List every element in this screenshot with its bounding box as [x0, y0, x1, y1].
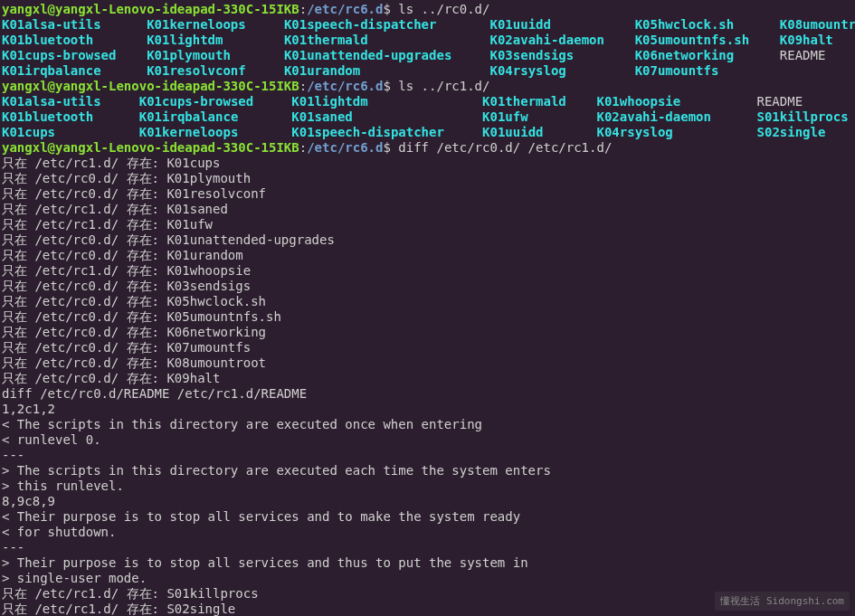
- terminal[interactable]: yangxl@yangxl-Lenovo-ideapad-330C-15IKB:…: [2, 2, 853, 616]
- file-entry: K01alsa-utils: [2, 94, 101, 109]
- file-entry: K01speech-dispatcher: [291, 125, 444, 139]
- file-entry: K07umountfs: [635, 63, 719, 78]
- diff-line: < for shutdown.: [2, 525, 853, 540]
- file-entry: K01saned: [291, 109, 352, 124]
- command-input[interactable]: ls ../rc0.d/: [398, 2, 489, 16]
- diff-line: 只在 /etc/rc1.d/ 存在: K01ufw: [2, 217, 853, 232]
- file-entry: K01urandom: [284, 63, 360, 78]
- command-input[interactable]: diff /etc/rc0.d/ /etc/rc1.d/: [398, 140, 612, 155]
- file-entry: README: [757, 94, 803, 109]
- diff-line: 只在 /etc/rc0.d/ 存在: K03sendsigs: [2, 279, 853, 294]
- file-entry: K01irqbalance: [139, 109, 239, 124]
- prompt-dollar: $: [383, 79, 398, 93]
- prompt-line: yangxl@yangxl-Lenovo-ideapad-330C-15IKB:…: [2, 140, 853, 156]
- file-entry: K01uuidd: [482, 125, 543, 139]
- file-entry: K01cups-browsed: [2, 48, 116, 62]
- file-entry: S01killprocs: [757, 109, 849, 124]
- ls-row: K01cups-browsed K01plymouth K01unattende…: [2, 48, 853, 63]
- file-entry: K01thermald: [482, 94, 566, 109]
- file-entry: K01thermald: [284, 33, 368, 47]
- diff-line: 只在 /etc/rc0.d/ 存在: K06networking: [2, 325, 853, 340]
- ls-row: K01alsa-utils K01cups-browsed K01lightdm…: [2, 94, 853, 109]
- diff-line: > this runlevel.: [2, 479, 853, 494]
- diff-line: 只在 /etc/rc0.d/ 存在: K08umountroot: [2, 355, 853, 371]
- file-entry: K01whoopsie: [597, 94, 681, 109]
- diff-line: 只在 /etc/rc0.d/ 存在: K01resolvconf: [2, 186, 853, 202]
- diff-line: 只在 /etc/rc0.d/ 存在: K01urandom: [2, 248, 853, 263]
- prompt-dollar: $: [383, 2, 398, 16]
- file-entry: K01irqbalance: [2, 63, 101, 78]
- ls-row: K01irqbalance K01resolvconf K01urandom K…: [2, 63, 853, 79]
- watermark: 懂视生活 Sidongshi.com: [715, 592, 850, 611]
- file-entry: K01bluetooth: [2, 109, 93, 124]
- diff-line: 只在 /etc/rc0.d/ 存在: K01unattended-upgrade…: [2, 232, 853, 248]
- file-entry: K01alsa-utils: [2, 17, 101, 32]
- diff-line: 8,9c8,9: [2, 494, 853, 509]
- file-entry: K01lightdm: [147, 33, 223, 47]
- diff-line: 1,2c1,2: [2, 402, 853, 417]
- prompt-line: yangxl@yangxl-Lenovo-ideapad-330C-15IKB:…: [2, 2, 853, 17]
- diff-line: > Their purpose is to stop all services …: [2, 555, 853, 571]
- file-entry: K06networking: [635, 48, 735, 62]
- diff-line: > single-user mode.: [2, 571, 853, 586]
- file-entry: K01resolvconf: [147, 63, 246, 78]
- file-entry: K01cups: [2, 125, 55, 139]
- diff-line: 只在 /etc/rc1.d/ 存在: K01cups: [2, 156, 853, 171]
- prompt-path: /etc/rc6.d: [307, 140, 383, 155]
- ls-row: K01bluetooth K01lightdm K01thermald K02a…: [2, 33, 853, 48]
- diff-line: 只在 /etc/rc0.d/ 存在: K01plymouth: [2, 171, 853, 186]
- file-entry: K02avahi-daemon: [489, 33, 603, 47]
- prompt-user: yangxl@yangxl-Lenovo-ideapad-330C-15IKB: [2, 140, 299, 155]
- diff-line: diff /etc/rc0.d/README /etc/rc1.d/README: [2, 386, 853, 402]
- ls-row: K01alsa-utils K01kerneloops K01speech-di…: [2, 17, 853, 33]
- prompt-sep: :: [299, 2, 307, 16]
- diff-line: ---: [2, 448, 853, 463]
- diff-line: 只在 /etc/rc0.d/ 存在: K05hwclock.sh: [2, 294, 853, 309]
- file-entry: K01uuidd: [489, 17, 550, 32]
- diff-line: < Their purpose is to stop all services …: [2, 509, 853, 525]
- prompt-path: /etc/rc6.d: [307, 2, 383, 16]
- file-entry: K04rsyslog: [597, 125, 673, 139]
- file-entry: K01kerneloops: [147, 17, 246, 32]
- file-entry: K01kerneloops: [139, 125, 239, 139]
- prompt-user: yangxl@yangxl-Lenovo-ideapad-330C-15IKB: [2, 2, 299, 16]
- file-entry: K09halt: [780, 33, 833, 47]
- file-entry: K01lightdm: [291, 94, 367, 109]
- diff-line: 只在 /etc/rc0.d/ 存在: K09halt: [2, 371, 853, 386]
- prompt-path: /etc/rc6.d: [307, 79, 383, 93]
- prompt-line: yangxl@yangxl-Lenovo-ideapad-330C-15IKB:…: [2, 79, 853, 94]
- file-entry: K03sendsigs: [489, 48, 574, 62]
- command-input[interactable]: ls ../rc1.d/: [398, 79, 489, 93]
- file-entry: K01ufw: [482, 109, 528, 124]
- file-entry: K01cups-browsed: [139, 94, 253, 109]
- file-entry: K04rsyslog: [489, 63, 565, 78]
- file-entry: K08umountroot: [780, 17, 855, 32]
- diff-line: < runlevel 0.: [2, 432, 853, 448]
- diff-line: 只在 /etc/rc1.d/ 存在: K01whoopsie: [2, 263, 853, 279]
- ls-row: K01bluetooth K01irqbalance K01saned K01u…: [2, 109, 853, 125]
- diff-line: 只在 /etc/rc1.d/ 存在: K01saned: [2, 202, 853, 217]
- file-entry: K01bluetooth: [2, 33, 93, 47]
- file-entry: K02avahi-daemon: [597, 109, 711, 124]
- diff-line: < The scripts in this directory are exec…: [2, 417, 853, 432]
- ls-row: K01cups K01kerneloops K01speech-dispatch…: [2, 125, 853, 140]
- file-entry: K05umountnfs.sh: [635, 33, 749, 47]
- file-entry: K05hwclock.sh: [635, 17, 735, 32]
- file-entry: S02single: [757, 125, 826, 139]
- prompt-sep: :: [299, 79, 307, 93]
- file-entry: README: [780, 48, 826, 62]
- diff-line: ---: [2, 540, 853, 555]
- diff-line: 只在 /etc/rc0.d/ 存在: K05umountnfs.sh: [2, 309, 853, 325]
- file-entry: K01plymouth: [147, 48, 231, 62]
- prompt-sep: :: [299, 140, 307, 155]
- diff-line: 只在 /etc/rc0.d/ 存在: K07umountfs: [2, 340, 853, 355]
- file-entry: K01unattended-upgrades: [284, 48, 451, 62]
- prompt-dollar: $: [383, 140, 398, 155]
- diff-line: > The scripts in this directory are exec…: [2, 463, 853, 479]
- prompt-user: yangxl@yangxl-Lenovo-ideapad-330C-15IKB: [2, 79, 299, 93]
- file-entry: K01speech-dispatcher: [284, 17, 437, 32]
